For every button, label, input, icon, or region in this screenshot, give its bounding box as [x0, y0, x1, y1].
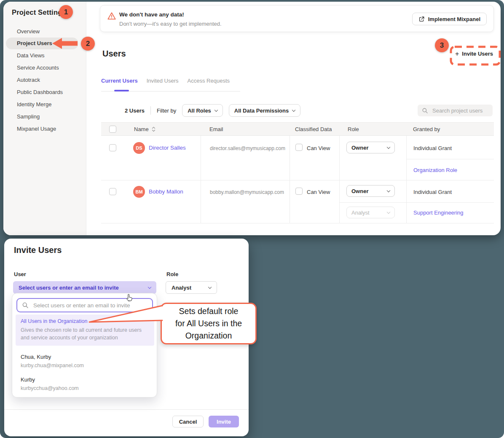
- sidebar-item-mixpanel-usage[interactable]: Mixpanel Usage: [17, 126, 56, 132]
- cancel-button[interactable]: Cancel: [172, 416, 204, 427]
- role-value: Owner: [351, 188, 368, 194]
- invite-users-button[interactable]: + Invite Users: [455, 51, 493, 57]
- avatar: DS: [133, 142, 145, 154]
- option-user[interactable]: Chua, Kurby kurby.chua@mixpanel.com: [21, 354, 84, 368]
- implement-mixpanel-label: Implement Mixpanel: [428, 16, 480, 22]
- chevron-down-icon: [292, 108, 295, 111]
- can-view-label: Can View: [307, 145, 330, 151]
- tab-access-requests[interactable]: Access Requests: [188, 78, 230, 91]
- user-select[interactable]: Select users or enter an email to invite: [13, 281, 156, 294]
- granted-by-text: Individual Grant: [413, 145, 452, 151]
- callout-line-1: Sets default role: [175, 305, 242, 317]
- sidebar-item-public-dashboards[interactable]: Public Dashboards: [17, 89, 63, 95]
- project-users-search[interactable]: [418, 105, 493, 116]
- sidebar-item-service-accounts[interactable]: Service Accounts: [17, 65, 59, 71]
- annotation-badge-1: 1: [59, 5, 73, 19]
- role-select[interactable]: Owner: [346, 142, 395, 153]
- active-tab-underline: [114, 90, 129, 91]
- annotation-badge-3: 3: [435, 38, 449, 52]
- option-user-name: Chua, Kurby: [21, 354, 84, 360]
- chevron-down-icon: [387, 210, 390, 213]
- invite-users-label: Invite Users: [462, 51, 493, 57]
- role-select-value: Analyst: [172, 285, 191, 291]
- col-role: Role: [348, 126, 359, 132]
- chevron-down-icon: [214, 108, 218, 111]
- hand-cursor-icon: [125, 293, 134, 303]
- banner-title: We don't have any data!: [119, 11, 184, 18]
- sidebar-item-identity-merge[interactable]: Identity Merge: [17, 102, 51, 107]
- all-roles-dropdown[interactable]: All Roles: [182, 104, 223, 117]
- col-name[interactable]: Name: [134, 126, 149, 132]
- page-title: Users: [102, 49, 126, 59]
- user-email: bobby.mallon@mymusicapp.com: [210, 189, 284, 195]
- tab-invited-users[interactable]: Invited Users: [147, 78, 179, 91]
- chevron-down-icon: [387, 188, 390, 192]
- chevron-down-icon: [208, 285, 212, 288]
- sidebar-item-data-views[interactable]: Data Views: [17, 53, 45, 59]
- divider: [150, 106, 151, 115]
- role-select[interactable]: Owner: [346, 185, 395, 197]
- cell-divider: [339, 202, 494, 203]
- banner-subtitle: Don't worry—it's easy to get implemented…: [119, 21, 222, 27]
- user-name-link[interactable]: Bobby Mallon: [149, 188, 183, 195]
- sidebar-item-sampling[interactable]: Sampling: [17, 114, 40, 120]
- modal-title: Invite Users: [14, 245, 62, 255]
- user-count: 2 Users: [125, 107, 145, 114]
- can-view-checkbox[interactable]: [295, 144, 303, 151]
- granted-by-text: Individual Grant: [413, 189, 452, 195]
- sort-icon[interactable]: [152, 126, 155, 132]
- table-row: BM Bobby Mallon bobby.mallon@mymusicapp.…: [101, 180, 494, 223]
- select-all-checkbox[interactable]: [109, 126, 116, 133]
- sidebar-item-overview[interactable]: Overview: [17, 29, 40, 35]
- search-icon: [422, 107, 428, 114]
- annotation-arrow-icon: [51, 36, 80, 51]
- secondary-role-select: Analyst: [346, 207, 395, 218]
- row-checkbox[interactable]: [109, 188, 116, 195]
- all-roles-label: All Roles: [188, 107, 211, 114]
- sidebar-item-autotrack[interactable]: Autotrack: [17, 77, 40, 83]
- option-user-email: kurby.chua@mixpanel.com: [21, 363, 84, 368]
- option-user-name: Kurby: [21, 376, 79, 383]
- all-data-permissions-dropdown[interactable]: All Data Permissions: [229, 104, 300, 117]
- callout-tail: [86, 301, 164, 329]
- granted-by-link[interactable]: Organization Role: [413, 167, 457, 173]
- annotation-callout: Sets default role for All Users in the O…: [161, 303, 257, 344]
- project-settings-panel: Project Settings Overview Project Users …: [3, 2, 501, 235]
- role-value: Owner: [351, 145, 368, 151]
- search-input[interactable]: [432, 107, 486, 114]
- warning-icon: [107, 11, 116, 21]
- user-name-link[interactable]: Director Salles: [149, 145, 186, 151]
- table-row: DS Director Salles director.salles@mymus…: [101, 136, 494, 180]
- callout-line-3: Organization: [175, 330, 242, 342]
- annotation-badge-2: 2: [81, 37, 95, 51]
- can-view-checkbox[interactable]: [295, 188, 303, 195]
- col-classified-data: Classified Data: [295, 126, 332, 132]
- user-tabs: Current Users Invited Users Access Reque…: [101, 78, 230, 91]
- option-all-users-desc: Gives the chosen role to all current and…: [21, 327, 149, 341]
- sidebar-title: Project Settings: [12, 8, 66, 16]
- screenshot-canvas: Project Settings Overview Project Users …: [0, 0, 504, 438]
- table-header: Name Email Classified Data Role Granted …: [101, 122, 494, 136]
- tab-current-users[interactable]: Current Users: [101, 78, 138, 91]
- users-table: Name Email Classified Data Role Granted …: [101, 122, 494, 223]
- filter-by-label: Filter by: [157, 107, 176, 114]
- can-view-label: Can View: [307, 189, 330, 195]
- no-data-banner: We don't have any data! Don't worry—it's…: [100, 5, 494, 32]
- granted-by-link[interactable]: Support Engineering: [413, 210, 464, 216]
- sidebar-item-project-users[interactable]: Project Users: [17, 40, 52, 46]
- col-granted-by: Granted by: [413, 126, 440, 132]
- search-icon: [22, 302, 29, 309]
- filter-row: 2 Users Filter by All Roles All Data Per…: [125, 104, 300, 117]
- implement-mixpanel-button[interactable]: Implement Mixpanel: [412, 13, 487, 25]
- plus-icon: +: [455, 51, 459, 56]
- user-email: director.salles@mymusicapp.com: [210, 145, 285, 151]
- secondary-role-value: Analyst: [351, 210, 370, 216]
- avatar: BM: [133, 186, 145, 198]
- invite-button[interactable]: Invite: [209, 416, 239, 427]
- cell-divider: [406, 159, 494, 159]
- row-checkbox[interactable]: [109, 144, 116, 151]
- option-user[interactable]: Kurby kurbycchua@yahoo.com: [21, 376, 79, 391]
- callout-line-2: for All Users in the: [175, 317, 242, 330]
- option-user-email: kurbycchua@yahoo.com: [21, 385, 79, 391]
- role-select[interactable]: Analyst: [166, 281, 217, 294]
